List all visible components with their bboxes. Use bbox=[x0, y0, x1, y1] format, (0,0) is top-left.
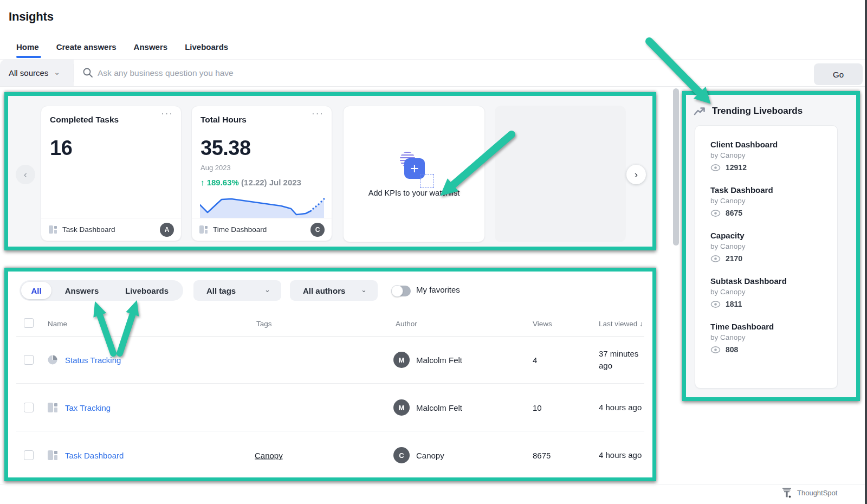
my-favorites-label: My favorites bbox=[416, 285, 460, 294]
trending-item-name[interactable]: Client Dashboard bbox=[710, 140, 837, 149]
trending-item: Subtask Dashboard by Canopy 1811 bbox=[710, 276, 837, 308]
eye-icon bbox=[710, 301, 721, 308]
tags-filter-dropdown[interactable]: All tags ⌄ bbox=[193, 280, 281, 301]
search-input[interactable] bbox=[98, 63, 769, 83]
pie-chart-icon bbox=[47, 354, 59, 366]
row-checkbox[interactable] bbox=[24, 403, 34, 412]
library-section: All Answers Liveboards All tags ⌄ All au… bbox=[4, 268, 656, 481]
kpi-change-percent: 189.63% bbox=[207, 178, 239, 187]
thoughtspot-brand: ThoughtSpot bbox=[782, 487, 837, 499]
my-favorites-toggle[interactable] bbox=[392, 286, 411, 296]
trending-item-author: by Canopy bbox=[710, 288, 837, 296]
kpi-card-footer[interactable]: Task Dashboard A bbox=[41, 218, 181, 241]
segment-all[interactable]: All bbox=[21, 282, 51, 299]
trending-item-author: by Canopy bbox=[710, 333, 837, 341]
segment-liveboards[interactable]: Liveboards bbox=[112, 282, 182, 299]
more-menu-icon[interactable]: ··· bbox=[312, 108, 324, 119]
table-row[interactable]: Task Dashboard Canopy C Canopy 8675 4 ho… bbox=[8, 431, 652, 479]
column-header-views[interactable]: Views bbox=[533, 320, 552, 328]
empty-kpi-placeholder-card bbox=[495, 106, 626, 242]
dashed-square-decoration bbox=[420, 174, 434, 188]
trending-item-views: 808 bbox=[726, 345, 738, 354]
thoughtspot-brand-label: ThoughtSpot bbox=[797, 489, 837, 497]
chevron-down-icon: ⌄ bbox=[361, 286, 367, 294]
liveboard-icon bbox=[48, 225, 57, 234]
tab-liveboards[interactable]: Liveboards bbox=[185, 42, 228, 51]
kpi-change: ↑ 189.63% (12.22) Jul 2023 bbox=[200, 178, 301, 187]
kpi-value: 35.38 bbox=[200, 137, 251, 160]
trending-item-views: 2170 bbox=[726, 254, 742, 263]
add-kpi-card[interactable]: + Add KPIs to your watchlist bbox=[343, 106, 485, 242]
divider bbox=[74, 64, 74, 82]
table-header: Name Tags Author Views Last viewed ↓ bbox=[8, 317, 652, 335]
trending-item: Time Dashboard by Canopy 808 bbox=[710, 322, 837, 354]
trending-item-name[interactable]: Subtask Dashboard bbox=[710, 276, 837, 286]
column-header-name[interactable]: Name bbox=[48, 320, 67, 328]
trending-liveboards-card: Client Dashboard by Canopy 12912 Task Da… bbox=[695, 125, 838, 389]
kpi-card-title: Completed Tasks bbox=[50, 115, 119, 125]
table-row[interactable]: Status Tracking M Malcolm Felt 4 37 minu… bbox=[8, 336, 652, 384]
chevron-down-icon: ⌄ bbox=[54, 68, 60, 76]
row-checkbox[interactable] bbox=[24, 450, 34, 460]
kpi-value: 16 bbox=[50, 137, 72, 160]
vertical-scrollbar[interactable] bbox=[673, 88, 679, 245]
more-menu-icon[interactable]: ··· bbox=[161, 108, 173, 119]
insights-page: Insights Home Create answers Answers Liv… bbox=[0, 0, 867, 504]
author-avatar: M bbox=[393, 399, 410, 416]
column-header-last-viewed[interactable]: Last viewed ↓ bbox=[599, 320, 643, 328]
eye-icon bbox=[710, 346, 721, 353]
go-button[interactable]: Go bbox=[814, 63, 863, 85]
trending-item: Client Dashboard by Canopy 12912 bbox=[710, 140, 837, 172]
kpi-watchlist-section: ‹ Completed Tasks ··· 16 Task Dashboard … bbox=[4, 92, 656, 250]
column-header-tags[interactable]: Tags bbox=[256, 320, 272, 328]
kpi-card-completed-tasks[interactable]: Completed Tasks ··· 16 Task Dashboard A bbox=[41, 106, 182, 241]
table-row[interactable]: Tax Tracking M Malcolm Felt 10 4 hours a… bbox=[8, 384, 652, 431]
tab-home[interactable]: Home bbox=[16, 42, 39, 51]
trending-item-views: 8675 bbox=[726, 209, 742, 217]
trending-liveboards-title: Trending Liveboards bbox=[712, 106, 803, 117]
window-edge bbox=[865, 0, 867, 504]
authors-filter-dropdown[interactable]: All authors ⌄ bbox=[290, 280, 378, 301]
trending-item-views: 1811 bbox=[726, 300, 742, 308]
views-count: 10 bbox=[533, 403, 542, 412]
tag-link[interactable]: Canopy bbox=[255, 451, 283, 460]
column-header-author[interactable]: Author bbox=[396, 320, 417, 328]
avatar: A bbox=[160, 223, 174, 237]
kpi-card-title: Total Hours bbox=[200, 115, 247, 125]
trending-up-icon bbox=[694, 106, 707, 117]
tab-create-answers[interactable]: Create answers bbox=[56, 42, 117, 51]
search-icon bbox=[82, 67, 93, 78]
author-name: Canopy bbox=[416, 451, 444, 460]
kpi-card-total-hours[interactable]: Total Hours ··· 35.38 Aug 2023 ↑ 189.63%… bbox=[191, 106, 332, 241]
main-tabs: Home Create answers Answers Liveboards bbox=[16, 42, 228, 51]
views-count: 8675 bbox=[533, 451, 551, 460]
segment-answers[interactable]: Answers bbox=[51, 282, 112, 299]
liveboard-icon bbox=[199, 225, 208, 234]
author-name: Malcolm Felt bbox=[416, 403, 462, 412]
item-name-link[interactable]: Tax Tracking bbox=[65, 403, 111, 412]
trending-item-name[interactable]: Task Dashboard bbox=[710, 185, 837, 195]
item-name-link[interactable]: Task Dashboard bbox=[65, 451, 124, 460]
tags-filter-label: All tags bbox=[206, 286, 236, 295]
trending-item: Task Dashboard by Canopy 8675 bbox=[710, 185, 837, 217]
carousel-left-button[interactable]: ‹ bbox=[16, 165, 35, 184]
chevron-right-icon: › bbox=[635, 169, 638, 180]
carousel-right-button[interactable]: › bbox=[626, 165, 646, 184]
trending-item-name[interactable]: Time Dashboard bbox=[710, 322, 837, 331]
trending-item-name[interactable]: Capacity bbox=[710, 231, 837, 240]
search-bar: All sources ⌄ Go bbox=[0, 60, 867, 87]
authors-filter-label: All authors bbox=[303, 286, 345, 295]
add-kpi-label: Add KPIs to your watchlist bbox=[344, 189, 484, 197]
source-selector[interactable]: All sources ⌄ bbox=[0, 60, 74, 86]
kpi-card-footer[interactable]: Time Dashboard C bbox=[192, 218, 332, 241]
tab-answers[interactable]: Answers bbox=[134, 42, 168, 51]
last-viewed-value: 4 hours ago bbox=[599, 402, 650, 413]
kpi-source-liveboard: Time Dashboard bbox=[213, 225, 267, 234]
select-all-checkbox[interactable] bbox=[24, 318, 34, 328]
item-name-link[interactable]: Status Tracking bbox=[65, 356, 121, 365]
up-arrow-icon: ↑ bbox=[200, 178, 205, 187]
row-checkbox[interactable] bbox=[24, 355, 34, 365]
last-viewed-value: 37 minutes ago bbox=[599, 348, 650, 372]
thoughtspot-logo-icon bbox=[782, 487, 793, 499]
eye-icon bbox=[710, 210, 721, 217]
